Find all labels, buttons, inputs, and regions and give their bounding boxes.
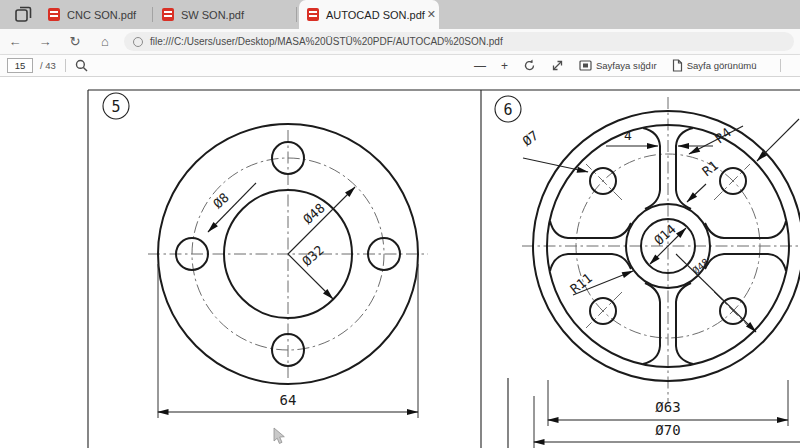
toolbar-divider [65,59,66,72]
search-icon[interactable] [75,59,88,72]
figure6-balloon: 6 [495,96,521,122]
dim-outer-dia: Ø70 [655,422,680,438]
fullscreen-icon[interactable] [551,59,564,72]
dim-hub-radius: R11 [567,270,595,296]
dim-bore: Ø32 [299,242,326,269]
toolbar-divider [780,59,781,72]
url-field[interactable]: file:///C:/Users/user/Desktop/MASA%20ÜST… [124,32,794,51]
dim-bolt-circle: Ø48 [300,200,327,227]
tab-bar: CNC SON.pdf SW SON.pdf AUTOCAD SON.pdf ✕ [0,0,800,29]
back-icon[interactable]: ← [0,34,30,49]
dim-hole-dia: Ø7 [520,128,541,149]
fit-page-button[interactable]: Sayfaya sığdır [579,60,657,71]
rotate-icon[interactable] [523,59,536,72]
pdf-page: 5 Ø8 Ø48 [0,77,800,448]
tab-separator [296,7,297,22]
figure6-wheel: 6 [495,96,800,448]
site-info-icon[interactable] [133,37,143,47]
figure6-number: 6 [503,101,512,119]
fit-page-icon [579,60,592,71]
page-view-label: Sayfa görünümü [687,60,757,71]
home-icon[interactable]: ⌂ [90,34,120,49]
zoom-in-button[interactable]: + [501,60,508,72]
page-view-button[interactable]: Sayfa görünümü [672,59,757,72]
figure5-flange: 5 Ø8 Ø48 [103,93,428,418]
tab-label: CNC SON.pdf [67,9,136,21]
mouse-cursor [274,428,284,444]
browser-window: CNC SON.pdf SW SON.pdf AUTOCAD SON.pdf ✕… [0,0,800,448]
page-total-label: / 43 [40,60,56,71]
tab-label: SW SON.pdf [181,9,244,21]
figure5-balloon: 5 [103,93,129,119]
figure6-centerlines [522,97,800,402]
tab-autocad-son-active[interactable]: AUTOCAD SON.pdf ✕ [299,0,439,29]
pdf-file-icon [162,8,174,21]
url-text: file:///C:/Users/user/Desktop/MASA%20ÜST… [150,36,503,47]
pdf-file-icon [307,8,319,21]
reload-icon[interactable]: ↻ [60,34,90,49]
figure5-number: 5 [111,98,120,116]
page-number-input[interactable]: 15 [7,58,33,73]
tab-sw-son[interactable]: SW SON.pdf [154,0,272,29]
forward-icon[interactable]: → [30,34,60,49]
dim-rim-inner: Ø63 [655,399,680,415]
dim-spoke-width: 4 [624,128,632,143]
dim-bore: Ø14 [651,221,679,248]
tab-separator [152,7,153,22]
zoom-out-button[interactable]: — [474,60,486,72]
address-bar: ← → ↻ ⌂ file:///C:/Users/user/Desktop/MA… [0,29,800,55]
pdf-toolbar: 15 / 43 — + Sayfa [0,55,800,77]
pdf-file-icon [48,8,60,21]
tab-label: AUTOCAD SON.pdf [326,9,425,21]
dim-outer: 64 [280,392,297,408]
fit-page-label: Sayfaya sığdır [596,60,657,71]
page-view-icon [672,59,683,72]
tab-actions-icon[interactable] [14,6,32,23]
technical-drawing: 5 Ø8 Ø48 [0,77,800,448]
tab-close-icon[interactable]: ✕ [425,9,438,20]
tab-cnc-son[interactable]: CNC SON.pdf [40,0,152,29]
